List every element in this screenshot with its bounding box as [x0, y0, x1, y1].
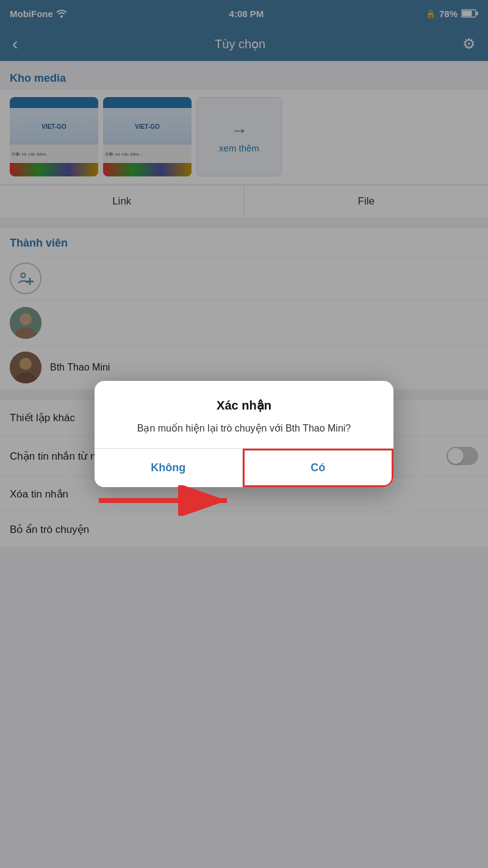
dialog-overlay: Xác nhận Bạn muốn hiện lại trò chuyện vớ…: [0, 0, 488, 868]
dialog-buttons: Không Có: [95, 448, 393, 487]
confirm-dialog: Xác nhận Bạn muốn hiện lại trò chuyện vớ…: [95, 381, 393, 487]
arrow-indicator: [93, 485, 239, 516]
dialog-confirm-button[interactable]: Có: [243, 449, 394, 487]
red-arrow-icon: [93, 485, 239, 516]
dialog-cancel-button[interactable]: Không: [95, 449, 243, 487]
dialog-title: Xác nhận: [112, 398, 376, 413]
dialog-message: Bạn muốn hiện lại trò chuyện với Bth Tha…: [112, 421, 376, 436]
dialog-body: Xác nhận Bạn muốn hiện lại trò chuyện vớ…: [95, 381, 393, 448]
